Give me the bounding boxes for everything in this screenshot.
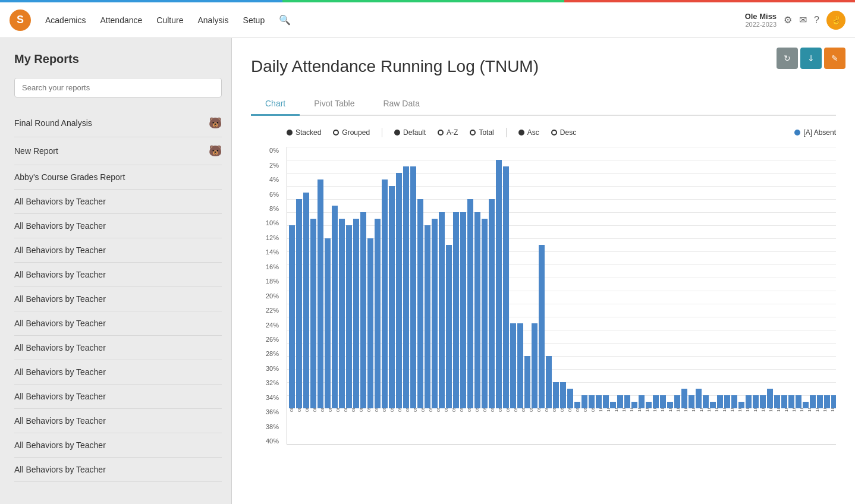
- y-axis-label: 30%: [251, 365, 279, 372]
- chart-bar: [617, 395, 623, 408]
- x-axis-label: 10/31/22: [830, 408, 836, 412]
- chart-bar: [738, 402, 744, 408]
- legend-stacked: Stacked: [287, 128, 321, 137]
- y-axis-label: 22%: [251, 307, 279, 314]
- y-axis-label: 32%: [251, 379, 279, 386]
- report-list-item[interactable]: New Report🐻: [14, 137, 222, 165]
- chart-bar: [553, 382, 559, 408]
- legend-total: Total: [470, 128, 493, 137]
- report-list-item[interactable]: All Behaviors by Teacher: [14, 214, 222, 238]
- report-item-name: Abby's Course Grades Report: [14, 172, 125, 182]
- tab-raw-data[interactable]: Raw Data: [369, 93, 433, 116]
- chart-bar: [546, 356, 552, 408]
- sidebar: My Reports Final Round Analysis🐻New Repo…: [0, 38, 232, 504]
- chart-bar: [574, 402, 580, 408]
- y-axis-label: 16%: [251, 263, 279, 270]
- report-list-item[interactable]: All Behaviors by Teacher: [14, 336, 222, 360]
- y-axis-label: 2%: [251, 162, 279, 169]
- chart-bar: [796, 395, 801, 408]
- report-list-item[interactable]: All Behaviors by Teacher: [14, 238, 222, 263]
- report-list-item[interactable]: All Behaviors by Teacher: [14, 190, 222, 214]
- report-item-name: All Behaviors by Teacher: [14, 221, 106, 231]
- report-list-item[interactable]: All Behaviors by Teacher: [14, 311, 222, 336]
- report-item-name: Final Round Analysis: [14, 118, 92, 128]
- search-input[interactable]: [14, 78, 222, 97]
- chart-bar: [396, 173, 402, 408]
- y-axis-label: 4%: [251, 176, 279, 183]
- report-list-item[interactable]: All Behaviors by Teacher: [14, 458, 222, 482]
- report-list-item[interactable]: All Behaviors by Teacher: [14, 360, 222, 385]
- chart-bar: [631, 402, 637, 408]
- nav-culture[interactable]: Culture: [156, 13, 183, 27]
- layout: My Reports Final Round Analysis🐻New Repo…: [0, 38, 855, 504]
- chart-bar: [760, 395, 766, 408]
- chart-bars-container: 08/22/2208/23/2208/24/2208/25/2208/26/22…: [287, 147, 836, 445]
- nav-analysis[interactable]: Analysis: [197, 13, 228, 27]
- report-item-name: All Behaviors by Teacher: [14, 416, 106, 426]
- chart-bar: [303, 193, 309, 408]
- chart-bar: [524, 356, 530, 408]
- chart-bar: [824, 395, 830, 408]
- edit-button[interactable]: ✎: [824, 48, 845, 69]
- refresh-button[interactable]: ↻: [777, 48, 798, 69]
- user-year: 2022-2023: [745, 21, 777, 28]
- report-item-name: All Behaviors by Teacher: [14, 197, 106, 206]
- report-item-name: All Behaviors by Teacher: [14, 294, 106, 304]
- notifications-icon[interactable]: ✉: [799, 14, 807, 26]
- download-button[interactable]: ⇓: [800, 48, 822, 69]
- chart-bar: [403, 166, 409, 408]
- total-dot: [470, 130, 476, 136]
- chart-bar: [496, 160, 502, 408]
- chart-bar: [360, 212, 366, 408]
- report-list-item[interactable]: Final Round Analysis🐻: [14, 109, 222, 137]
- nav-attendance[interactable]: Attendance: [100, 13, 142, 27]
- main-nav: Academics Attendance Culture Analysis Se…: [45, 13, 731, 27]
- app-logo[interactable]: S: [10, 10, 31, 31]
- report-list-item[interactable]: All Behaviors by Teacher: [14, 385, 222, 409]
- y-axis-label: 8%: [251, 205, 279, 212]
- y-axis: 40%38%36%34%32%30%28%26%24%22%20%18%16%1…: [251, 147, 284, 445]
- chart-bar: [367, 238, 373, 408]
- chart-bar: [389, 186, 395, 408]
- legend-desc: Desc: [551, 128, 576, 137]
- search-icon[interactable]: 🔍: [279, 14, 291, 26]
- main-toolbar: ↻ ⇓ ✎: [777, 48, 845, 69]
- avatar[interactable]: ✌: [826, 11, 845, 30]
- chart-bar: [639, 395, 645, 408]
- report-list-item[interactable]: All Behaviors by Teacher: [14, 263, 222, 287]
- report-list-item[interactable]: All Behaviors by Teacher: [14, 287, 222, 311]
- chart-bar: [624, 395, 630, 408]
- y-axis-label: 38%: [251, 423, 279, 430]
- report-list-item[interactable]: Abby's Course Grades Report: [14, 165, 222, 190]
- chart-bar: [417, 199, 423, 408]
- report-item-name: All Behaviors by Teacher: [14, 440, 106, 450]
- legend-asc: Asc: [518, 128, 539, 137]
- chart-bar: [810, 395, 816, 408]
- chart-bar: [596, 395, 602, 408]
- y-axis-label: 10%: [251, 219, 279, 226]
- settings-icon[interactable]: ⚙: [784, 14, 792, 26]
- report-area: Daily Attendance Running Log (TNUM) Char…: [232, 38, 855, 502]
- grouped-dot: [333, 130, 339, 136]
- chart-bar: [482, 219, 488, 408]
- chart-bar: [603, 395, 609, 408]
- report-list-item[interactable]: All Behaviors by Teacher: [14, 433, 222, 458]
- legend-az: A-Z: [438, 128, 458, 137]
- tab-chart[interactable]: Chart: [251, 93, 300, 116]
- tab-pivot-table[interactable]: Pivot Table: [300, 93, 369, 116]
- chart-bar: [539, 245, 545, 408]
- chart-bar: [332, 206, 338, 408]
- chart-bar: [296, 199, 302, 408]
- y-axis-label: 24%: [251, 322, 279, 329]
- report-item-name: All Behaviors by Teacher: [14, 392, 106, 401]
- desc-dot: [551, 130, 557, 136]
- chart-bar: [375, 219, 381, 408]
- nav-setup[interactable]: Setup: [243, 13, 265, 27]
- report-list-item[interactable]: All Behaviors by Teacher: [14, 409, 222, 433]
- chart-bar: [510, 323, 516, 408]
- chart-bar: [382, 179, 388, 408]
- chart-bar: [410, 166, 416, 408]
- nav-academics[interactable]: Academics: [45, 13, 86, 27]
- legend-default: Default: [394, 128, 426, 137]
- help-icon[interactable]: ?: [814, 15, 819, 26]
